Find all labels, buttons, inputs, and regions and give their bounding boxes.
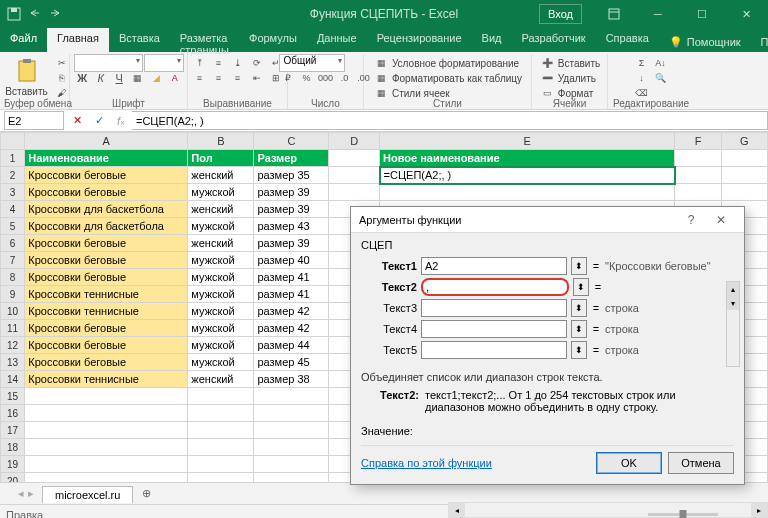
font-combo[interactable] — [74, 54, 143, 72]
autosum-icon[interactable]: Σ — [633, 56, 651, 70]
cell[interactable]: размер 41 — [254, 269, 329, 286]
cancel-formula-icon[interactable]: ✕ — [66, 111, 88, 130]
cell[interactable]: Кроссовки беговые — [25, 252, 188, 269]
row-header[interactable]: 1 — [1, 150, 25, 167]
tab-ref[interactable]: Справка — [596, 28, 659, 52]
name-box[interactable]: E2 — [4, 111, 64, 130]
cell[interactable]: Кроссовки теннисные — [25, 286, 188, 303]
row-header[interactable]: 5 — [1, 218, 25, 235]
cell[interactable] — [25, 388, 188, 405]
cell[interactable]: мужской — [188, 337, 254, 354]
cell[interactable]: размер 45 — [254, 354, 329, 371]
orient-icon[interactable]: ⟳ — [248, 56, 266, 70]
cell[interactable]: мужской — [188, 269, 254, 286]
add-sheet-icon[interactable]: ⊕ — [137, 485, 155, 503]
font-color-icon[interactable]: A — [166, 71, 184, 85]
cell[interactable]: мужской — [188, 252, 254, 269]
dialog-help-link[interactable]: Справка по этой функции — [361, 457, 492, 469]
cell[interactable]: Кроссовки теннисные — [25, 371, 188, 388]
insert-cells-button[interactable]: ➕Вставить — [539, 56, 600, 70]
find-icon[interactable]: 🔍 — [652, 71, 670, 85]
zoom-slider[interactable] — [648, 513, 718, 516]
italic-icon[interactable]: К — [92, 71, 110, 85]
arg-input[interactable] — [421, 320, 567, 338]
col-header[interactable]: F — [675, 133, 721, 150]
login-button[interactable]: Вход — [539, 4, 582, 24]
tab-share[interactable]: Поделиться — [751, 28, 768, 52]
cell[interactable] — [188, 422, 254, 439]
cond-format-button[interactable]: ▦Условное форматирование — [373, 56, 522, 70]
cell[interactable]: мужской — [188, 184, 254, 201]
cell[interactable]: Кроссовки для баскетбола — [25, 218, 188, 235]
cell[interactable]: Кроссовки беговые — [25, 320, 188, 337]
cell[interactable]: размер 39 — [254, 184, 329, 201]
sort-icon[interactable]: A↓ — [652, 56, 670, 70]
align-top-icon[interactable]: ⤒ — [191, 56, 209, 70]
horizontal-scrollbar[interactable]: ◂▸ — [448, 502, 768, 518]
col-header[interactable]: A — [25, 133, 188, 150]
cell[interactable] — [254, 388, 329, 405]
cell[interactable]: мужской — [188, 303, 254, 320]
cell[interactable] — [25, 473, 188, 483]
tab-data[interactable]: Данные — [307, 28, 367, 52]
tab-insert[interactable]: Вставка — [109, 28, 170, 52]
cell[interactable]: размер 42 — [254, 303, 329, 320]
cell[interactable] — [25, 439, 188, 456]
cell[interactable] — [329, 150, 380, 167]
collapse-dialog-icon[interactable]: ⬍ — [571, 341, 587, 359]
dialog-ok-button[interactable]: OK — [596, 452, 662, 474]
cell[interactable]: женский — [188, 167, 254, 184]
fx-icon[interactable]: fₓ — [110, 111, 132, 130]
cell[interactable]: размер 40 — [254, 252, 329, 269]
cell[interactable] — [721, 184, 767, 201]
sheet-nav-first-icon[interactable]: ◂ — [18, 487, 24, 500]
cell[interactable]: размер 39 — [254, 201, 329, 218]
col-header[interactable]: G — [721, 133, 767, 150]
align-center-icon[interactable]: ≡ — [210, 71, 228, 85]
enter-formula-icon[interactable]: ✓ — [88, 111, 110, 130]
cell[interactable]: размер 41 — [254, 286, 329, 303]
cell[interactable]: мужской — [188, 286, 254, 303]
cell[interactable]: Кроссовки беговые — [25, 269, 188, 286]
collapse-dialog-icon[interactable]: ⬍ — [573, 278, 589, 296]
fill-down-icon[interactable]: ↓ — [633, 71, 651, 85]
cell[interactable]: женский — [188, 201, 254, 218]
indent-dec-icon[interactable]: ⇤ — [248, 71, 266, 85]
cell[interactable] — [188, 388, 254, 405]
align-mid-icon[interactable]: ≡ — [210, 56, 228, 70]
cell[interactable] — [25, 456, 188, 473]
cell[interactable] — [188, 473, 254, 483]
collapse-dialog-icon[interactable]: ⬍ — [571, 299, 587, 317]
dialog-titlebar[interactable]: Аргументы функции ? ✕ — [351, 207, 744, 233]
cell[interactable]: размер 35 — [254, 167, 329, 184]
row-header[interactable]: 15 — [1, 388, 25, 405]
cell[interactable]: размер 42 — [254, 320, 329, 337]
comma-icon[interactable]: 000 — [317, 71, 335, 85]
underline-icon[interactable]: Ч — [111, 71, 129, 85]
paste-button[interactable]: Вставить — [2, 56, 50, 98]
ribbon-options-icon[interactable] — [592, 0, 636, 28]
row-header[interactable]: 2 — [1, 167, 25, 184]
arg-input[interactable] — [421, 257, 567, 275]
sheet-nav-last-icon[interactable]: ▸ — [28, 487, 34, 500]
col-header[interactable] — [1, 133, 25, 150]
tab-view[interactable]: Вид — [472, 28, 512, 52]
col-header[interactable]: C — [254, 133, 329, 150]
row-header[interactable]: 3 — [1, 184, 25, 201]
cell[interactable]: Кроссовки для баскетбола — [25, 201, 188, 218]
currency-icon[interactable]: ₽ — [279, 71, 297, 85]
dialog-help-icon[interactable]: ? — [676, 213, 706, 227]
cell[interactable] — [721, 150, 767, 167]
row-header[interactable]: 12 — [1, 337, 25, 354]
cell[interactable]: женский — [188, 371, 254, 388]
cell[interactable] — [675, 167, 721, 184]
tab-help[interactable]: 💡Помощник — [659, 28, 751, 52]
cell[interactable] — [254, 473, 329, 483]
minimize-icon[interactable]: ─ — [636, 0, 680, 28]
num-format-combo[interactable]: Общий — [279, 54, 345, 72]
cell[interactable]: Новое наименование — [380, 150, 675, 167]
align-left-icon[interactable]: ≡ — [191, 71, 209, 85]
cell[interactable] — [188, 456, 254, 473]
row-header[interactable]: 14 — [1, 371, 25, 388]
cell[interactable]: Размер — [254, 150, 329, 167]
